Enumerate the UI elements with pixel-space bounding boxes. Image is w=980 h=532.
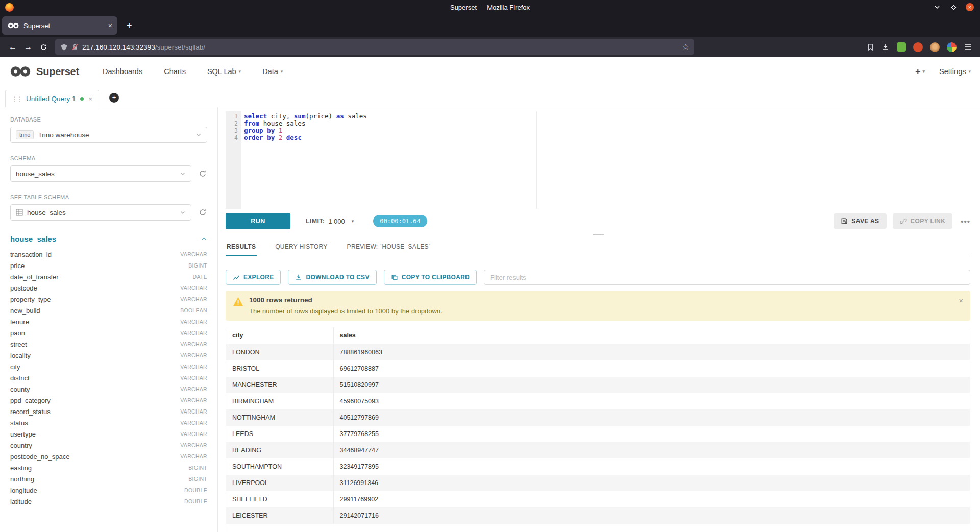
- editor-code[interactable]: select city, sum(price) as salesfrom hou…: [241, 111, 970, 209]
- column-item[interactable]: record_statusVARCHAR: [10, 406, 207, 417]
- column-item[interactable]: postcode_no_spaceVARCHAR: [10, 451, 207, 462]
- table-select[interactable]: house_sales: [10, 204, 191, 221]
- column-type: BIGINT: [188, 476, 207, 482]
- extension-icon-3[interactable]: [930, 42, 940, 52]
- tab-close-icon[interactable]: ×: [108, 21, 112, 30]
- results-cell: 29142071716: [333, 507, 970, 524]
- column-item[interactable]: latitudeDOUBLE: [10, 496, 207, 507]
- results-row: SOUTHAMPTON32349177895: [226, 458, 970, 475]
- nav-charts[interactable]: Charts: [164, 67, 186, 76]
- chevron-down-icon: ▾: [239, 69, 241, 74]
- schema-select[interactable]: house_sales: [10, 165, 191, 182]
- explore-button[interactable]: EXPLORE: [226, 270, 281, 285]
- drag-handle-icon[interactable]: ⋮⋮: [12, 95, 22, 103]
- nav-data[interactable]: Data▾: [262, 67, 283, 76]
- query-tab-active[interactable]: ⋮⋮ Untitled Query 1 ×: [5, 90, 99, 107]
- nav-sql-lab[interactable]: SQL Lab▾: [207, 67, 241, 76]
- downloads-icon[interactable]: [881, 43, 890, 51]
- add-query-tab-button[interactable]: +: [109, 93, 119, 103]
- save-as-button[interactable]: SAVE AS: [834, 213, 886, 229]
- alert-close-icon[interactable]: ×: [959, 296, 963, 305]
- column-item[interactable]: paonVARCHAR: [10, 327, 207, 338]
- back-icon[interactable]: ←: [5, 39, 20, 55]
- more-options-icon[interactable]: •••: [961, 217, 970, 226]
- column-item[interactable]: countryVARCHAR: [10, 440, 207, 451]
- column-type: VARCHAR: [180, 431, 207, 437]
- column-item[interactable]: usertypeVARCHAR: [10, 428, 207, 440]
- column-item[interactable]: eastingBIGINT: [10, 462, 207, 473]
- refresh-table-icon[interactable]: [198, 208, 207, 217]
- superset-brand[interactable]: Superset: [9, 66, 79, 78]
- column-item[interactable]: new_buildBOOLEAN: [10, 305, 207, 316]
- browser-navbar: ← → 217.160.120.143:32393/superset/sqlla…: [0, 37, 980, 57]
- limit-dropdown[interactable]: LIMIT: 1 000 ▾: [306, 217, 354, 225]
- browser-tab-superset[interactable]: Superset ×: [2, 16, 117, 35]
- query-tab-close-icon[interactable]: ×: [89, 95, 93, 103]
- tab-results[interactable]: RESULTS: [226, 239, 257, 256]
- column-item[interactable]: longitudeDOUBLE: [10, 485, 207, 496]
- copy-to-clipboard-button[interactable]: COPY TO CLIPBOARD: [384, 270, 477, 285]
- line-number: 4: [226, 134, 238, 141]
- filter-results-input[interactable]: [484, 270, 970, 285]
- database-select[interactable]: trino Trino warehouse: [10, 127, 207, 143]
- tracking-protection-shield-icon[interactable]: [60, 43, 68, 51]
- column-item[interactable]: districtVARCHAR: [10, 372, 207, 383]
- column-item[interactable]: localityVARCHAR: [10, 350, 207, 361]
- column-item[interactable]: postcodeVARCHAR: [10, 282, 207, 294]
- column-item[interactable]: statusVARCHAR: [10, 417, 207, 428]
- window-minimize-icon[interactable]: [933, 3, 941, 11]
- column-name: usertype: [10, 430, 36, 438]
- column-name: easting: [10, 464, 32, 472]
- extension-icon-2[interactable]: [913, 42, 923, 52]
- column-name: tenure: [10, 318, 29, 326]
- bookmark-star-icon[interactable]: ☆: [682, 42, 689, 52]
- line-number: 3: [226, 127, 238, 134]
- sql-editor[interactable]: 1234 select city, sum(price) as salesfro…: [226, 111, 970, 209]
- superset-favicon-icon: [7, 22, 19, 29]
- results-row: NOTTINGHAM40512797869: [226, 409, 970, 426]
- collapse-table-icon[interactable]: [201, 236, 207, 243]
- chevron-down-icon: [195, 132, 202, 138]
- chevron-down-icon: [180, 171, 186, 177]
- refresh-schema-icon[interactable]: [198, 169, 207, 178]
- tab-query-history[interactable]: QUERY HISTORY: [274, 239, 328, 256]
- forward-icon[interactable]: →: [20, 39, 36, 55]
- run-button[interactable]: RUN: [226, 213, 290, 229]
- extension-icon-4[interactable]: [947, 42, 957, 52]
- window-close-icon[interactable]: ×: [966, 3, 974, 11]
- new-item-menu[interactable]: +▾: [915, 66, 925, 77]
- column-item[interactable]: priceBIGINT: [10, 260, 207, 271]
- tab-preview-house-sales[interactable]: PREVIEW: `HOUSE_SALES`: [346, 239, 432, 256]
- column-item[interactable]: countyVARCHAR: [10, 383, 207, 395]
- column-item[interactable]: streetVARCHAR: [10, 338, 207, 350]
- line-number: 2: [226, 120, 238, 127]
- column-name: city: [10, 363, 20, 371]
- column-type: VARCHAR: [180, 408, 207, 415]
- column-item[interactable]: tenureVARCHAR: [10, 316, 207, 327]
- results-column-header[interactable]: city: [226, 327, 333, 344]
- reload-icon[interactable]: [36, 39, 51, 55]
- url-bar[interactable]: 217.160.120.143:32393/superset/sqllab/ ☆: [55, 39, 694, 55]
- column-item[interactable]: transaction_idVARCHAR: [10, 249, 207, 260]
- window-maximize-icon[interactable]: [949, 3, 958, 11]
- nav-dashboards[interactable]: Dashboards: [103, 67, 142, 76]
- column-item[interactable]: northingBIGINT: [10, 473, 207, 485]
- copy-link-button[interactable]: COPY LINK: [893, 213, 953, 229]
- column-type: VARCHAR: [180, 251, 207, 257]
- column-item[interactable]: date_of_transferDATE: [10, 271, 207, 282]
- download-csv-button[interactable]: DOWNLOAD TO CSV: [288, 270, 376, 285]
- pocket-save-icon[interactable]: [867, 43, 874, 51]
- insecure-lock-icon[interactable]: [71, 43, 79, 51]
- extension-icon-1[interactable]: [897, 42, 906, 52]
- menu-hamburger-icon[interactable]: [964, 43, 972, 51]
- column-item[interactable]: cityVARCHAR: [10, 361, 207, 372]
- app-header: Superset Dashboards Charts SQL Lab▾ Data…: [0, 57, 980, 86]
- table-name-heading[interactable]: house_sales: [10, 235, 56, 244]
- column-item[interactable]: property_typeVARCHAR: [10, 294, 207, 305]
- new-tab-button[interactable]: +: [121, 18, 137, 33]
- pane-resizer-handle[interactable]: [226, 230, 970, 238]
- settings-menu[interactable]: Settings▾: [939, 67, 971, 76]
- column-item[interactable]: ppd_categoryVARCHAR: [10, 395, 207, 406]
- results-cell: 37779768255: [333, 426, 970, 442]
- results-column-header[interactable]: sales: [333, 327, 970, 344]
